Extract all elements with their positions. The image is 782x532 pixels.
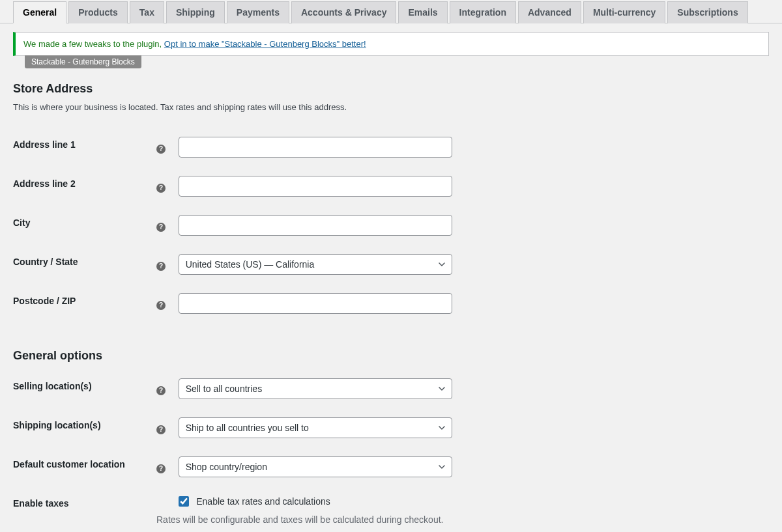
enable-taxes-checkbox[interactable] xyxy=(179,496,189,507)
tab-integration[interactable]: Integration xyxy=(450,1,516,23)
address1-label: Address line 1 xyxy=(13,128,156,167)
country-label: Country / State xyxy=(13,245,156,284)
store-address-heading: Store Address xyxy=(13,82,769,96)
tab-general[interactable]: General xyxy=(13,1,66,23)
tab-payments[interactable]: Payments xyxy=(227,1,289,23)
postcode-label: Postcode / ZIP xyxy=(13,284,156,323)
selling-locations-label: Selling location(s) xyxy=(13,369,156,408)
city-label: City xyxy=(13,206,156,245)
enable-taxes-description: Rates will be configurable and taxes wil… xyxy=(156,514,769,525)
settings-tab-bar: General Products Tax Shipping Payments A… xyxy=(0,0,782,23)
city-input[interactable] xyxy=(179,215,452,236)
store-address-description: This is where your business is located. … xyxy=(13,102,769,112)
postcode-input[interactable] xyxy=(179,293,452,314)
help-icon[interactable]: ? xyxy=(156,184,166,193)
shipping-locations-label: Shipping location(s) xyxy=(13,408,156,447)
help-icon[interactable]: ? xyxy=(156,301,166,310)
help-icon[interactable]: ? xyxy=(156,145,166,154)
notice-badge: Stackable - Gutenberg Blocks xyxy=(25,55,141,68)
address1-input[interactable] xyxy=(179,137,452,158)
help-icon[interactable]: ? xyxy=(156,262,166,271)
tab-advanced[interactable]: Advanced xyxy=(518,1,581,23)
help-icon[interactable]: ? xyxy=(156,386,166,395)
country-select-value: United States (US) — California xyxy=(179,254,452,275)
selling-locations-value: Sell to all countries xyxy=(179,378,452,399)
shipping-locations-select[interactable]: Ship to all countries you sell to xyxy=(179,417,452,438)
tab-subscriptions[interactable]: Subscriptions xyxy=(667,1,747,23)
default-customer-location-value: Shop country/region xyxy=(179,456,452,477)
plugin-notice: We made a few tweaks to the plugin, Opt … xyxy=(13,32,769,56)
selling-locations-select[interactable]: Sell to all countries xyxy=(179,378,452,399)
default-customer-location-select[interactable]: Shop country/region xyxy=(179,456,452,477)
notice-text: We made a few tweaks to the plugin, xyxy=(23,39,164,49)
address2-input[interactable] xyxy=(179,176,452,197)
help-icon[interactable]: ? xyxy=(156,464,166,473)
general-options-heading: General options xyxy=(13,349,769,363)
default-customer-location-label: Default customer location xyxy=(13,447,156,486)
shipping-locations-value: Ship to all countries you sell to xyxy=(179,417,452,438)
tab-accounts[interactable]: Accounts & Privacy xyxy=(291,1,397,23)
store-address-section: Store Address This is where your busines… xyxy=(0,82,782,323)
help-icon[interactable]: ? xyxy=(156,223,166,232)
notice-optin-link[interactable]: Opt in to make "Stackable - Gutenberg Bl… xyxy=(164,39,366,49)
tab-shipping[interactable]: Shipping xyxy=(166,1,225,23)
enable-taxes-label: Enable taxes xyxy=(13,486,156,532)
address2-label: Address line 2 xyxy=(13,167,156,206)
help-icon[interactable]: ? xyxy=(156,425,166,434)
tab-multi-currency[interactable]: Multi-currency xyxy=(583,1,665,23)
general-options-section: General options Selling location(s) ? Se… xyxy=(0,349,782,532)
tab-emails[interactable]: Emails xyxy=(398,1,447,23)
tab-tax[interactable]: Tax xyxy=(130,1,164,23)
country-select[interactable]: United States (US) — California xyxy=(179,254,452,275)
tab-products[interactable]: Products xyxy=(68,1,128,23)
enable-taxes-checkbox-label: Enable tax rates and calculations xyxy=(196,496,330,507)
